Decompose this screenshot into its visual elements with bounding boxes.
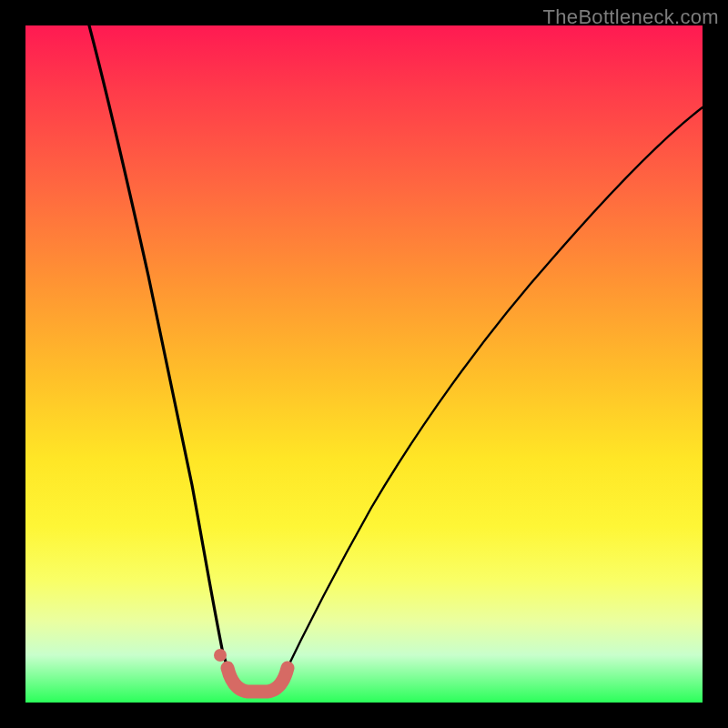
plot-area [25, 25, 703, 703]
right-curve [280, 107, 703, 682]
curve-canvas [25, 25, 703, 703]
highlight-dot [214, 649, 227, 662]
watermark-text: TheBottleneck.com [543, 5, 719, 29]
highlight-u [228, 668, 288, 692]
chart-frame: TheBottleneck.com [0, 0, 728, 728]
left-curve [89, 25, 233, 682]
